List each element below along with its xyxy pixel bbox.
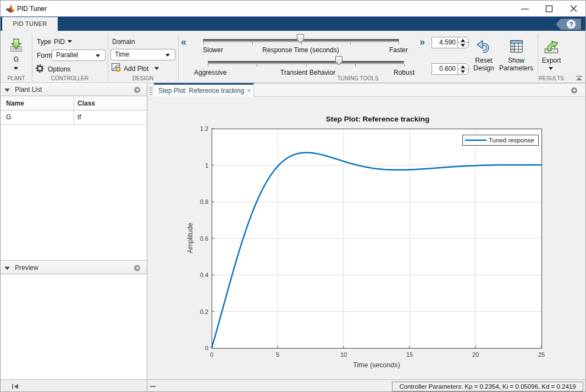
svg-text:20: 20 — [472, 351, 479, 358]
svg-text:Amplitude: Amplitude — [186, 223, 194, 253]
svg-text:?: ? — [569, 20, 573, 29]
svg-text:0: 0 — [210, 351, 213, 358]
svg-text:Time (seconds): Time (seconds) — [353, 361, 400, 369]
svg-text:5: 5 — [276, 351, 279, 358]
svg-text:Tuned response: Tuned response — [489, 137, 534, 143]
svg-text:0: 0 — [205, 345, 208, 351]
svg-text:0.6: 0.6 — [200, 235, 208, 242]
svg-text:0.2: 0.2 — [200, 308, 208, 315]
svg-text:Step Plot: Reference tracking: Step Plot: Reference tracking — [326, 115, 429, 123]
svg-text:0.4: 0.4 — [200, 272, 208, 278]
svg-text:1: 1 — [205, 162, 208, 169]
svg-text:1.2: 1.2 — [200, 125, 208, 132]
svg-text:10: 10 — [340, 351, 347, 358]
svg-text:25: 25 — [538, 351, 545, 358]
svg-text:0.8: 0.8 — [200, 198, 208, 205]
svg-text:15: 15 — [406, 351, 413, 358]
